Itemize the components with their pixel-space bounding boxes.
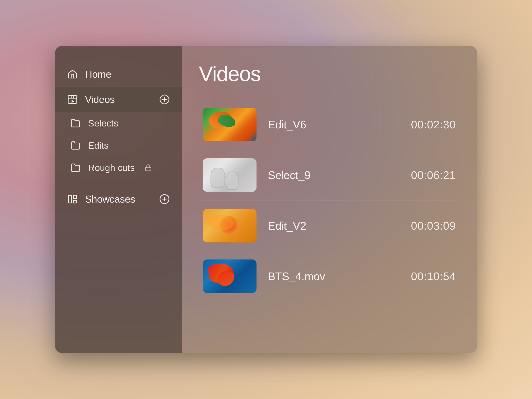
sidebar-item-selects[interactable]: Selects — [55, 112, 182, 134]
video-info: BTS_4.mov 00:10:54 — [268, 270, 456, 283]
sidebar-item-edits[interactable]: Edits — [55, 134, 182, 156]
add-showcases-button[interactable] — [159, 193, 170, 205]
video-name: Edit_V2 — [268, 219, 306, 232]
video-info: Select_9 00:06:21 — [268, 169, 456, 181]
svg-rect-10 — [73, 195, 76, 199]
video-thumbnail — [203, 260, 257, 293]
app-window: Home Videos — [55, 46, 477, 353]
video-thumbnail — [203, 158, 257, 192]
video-item[interactable]: Select_9 00:06:21 — [199, 150, 460, 200]
video-icon — [67, 94, 78, 105]
svg-rect-8 — [146, 167, 151, 171]
folder-rough-cuts-icon — [70, 162, 81, 173]
svg-marker-4 — [71, 100, 74, 103]
rough-cuts-label: Rough cuts — [88, 162, 135, 173]
video-name: Edit_V6 — [268, 118, 306, 131]
video-duration: 00:10:54 — [411, 270, 456, 283]
main-content: Videos Edit_V6 00:02:30 Select_9 00:06:2… — [182, 46, 477, 353]
folder-edits-icon — [70, 140, 81, 151]
page-title: Videos — [199, 62, 460, 86]
sidebar-videos-label: Videos — [85, 94, 115, 105]
video-duration: 00:02:30 — [411, 118, 456, 131]
video-thumbnail — [203, 209, 257, 243]
add-videos-button[interactable] — [159, 94, 170, 105]
selects-label: Selects — [88, 118, 118, 129]
sidebar-item-rough-cuts[interactable]: Rough cuts — [55, 156, 182, 179]
video-item[interactable]: BTS_4.mov 00:10:54 — [199, 251, 460, 301]
home-icon — [67, 69, 78, 80]
folder-selects-icon — [70, 118, 81, 129]
sidebar-item-videos[interactable]: Videos — [55, 87, 182, 112]
video-info: Edit_V2 00:03:09 — [268, 219, 456, 232]
video-info: Edit_V6 00:02:30 — [268, 118, 456, 131]
sidebar-item-home[interactable]: Home — [55, 62, 182, 87]
video-duration: 00:06:21 — [411, 169, 456, 181]
video-duration: 00:03:09 — [411, 219, 456, 232]
video-item[interactable]: Edit_V2 00:03:09 — [199, 200, 460, 251]
sidebar-home-label: Home — [85, 69, 111, 80]
sidebar-spacer — [55, 179, 182, 187]
lock-icon — [145, 164, 152, 171]
video-list: Edit_V6 00:02:30 Select_9 00:06:21 Edit_… — [199, 99, 460, 301]
video-thumbnail — [203, 108, 257, 141]
edits-label: Edits — [88, 140, 109, 151]
sidebar-item-showcases[interactable]: Showcases — [55, 187, 182, 212]
svg-rect-9 — [69, 195, 71, 203]
showcases-icon — [67, 193, 78, 205]
sidebar: Home Videos — [55, 46, 182, 353]
showcases-label: Showcases — [85, 193, 135, 205]
video-item[interactable]: Edit_V6 00:02:30 — [199, 99, 460, 150]
folder-list: Selects Edits Rough cuts — [55, 112, 182, 179]
svg-rect-11 — [73, 200, 76, 203]
video-name: Select_9 — [268, 169, 310, 181]
video-name: BTS_4.mov — [268, 270, 325, 283]
